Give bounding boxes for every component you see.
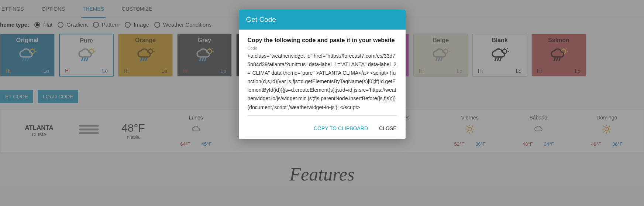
modal-title: Get Code	[239, 10, 406, 30]
get-code-modal: Get Code Copy the following code and pas…	[239, 10, 406, 139]
modal-overlay[interactable]: Get Code Copy the following code and pas…	[0, 0, 644, 206]
copy-to-clipboard-button[interactable]: COPY TO CLIPBOARD	[314, 125, 368, 131]
modal-instruction: Copy the following code and paste it in …	[248, 37, 397, 44]
close-button[interactable]: CLOSE	[379, 125, 396, 131]
modal-code-label: Code	[248, 46, 397, 50]
modal-code-content[interactable]: <a class="weatherwidget-io" href="https:…	[248, 52, 397, 116]
